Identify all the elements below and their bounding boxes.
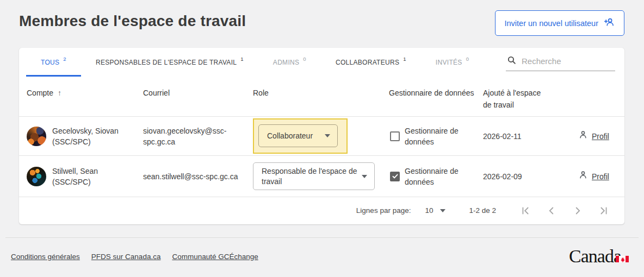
member-email: siovan.gecelovsky@ssc-spc.gc.ca xyxy=(143,125,253,147)
members-card: TOUS 2 RESPONSABLES DE L'ESPACE DE TRAVA… xyxy=(19,48,624,224)
data-steward-checkbox[interactable] xyxy=(390,172,400,181)
footer-divider xyxy=(5,237,639,238)
added-date: 2026-02-11 xyxy=(483,131,570,142)
chevron-down-icon xyxy=(362,175,367,178)
footer: Conditions générales PFDS sur Canada.ca … xyxy=(11,247,624,266)
tab-label: INVITÉS xyxy=(436,59,462,66)
table-row: Stilwell, Sean (SSC/SPC) sean.stilwell@s… xyxy=(19,156,624,197)
canada-flag-icon xyxy=(616,247,629,266)
tab-count: 1 xyxy=(403,56,406,62)
role-dropdown[interactable]: Collaborateur xyxy=(258,124,338,147)
tab-collaborateurs[interactable]: COLLABORATEURS 1 xyxy=(321,48,421,77)
role-dropdown[interactable]: Responsable de l'espace de travail xyxy=(253,162,375,190)
next-page-button[interactable] xyxy=(565,203,591,219)
workspace-members-page: Membres de l'espace de travail Inviter u… xyxy=(0,0,644,277)
column-header-ajoute: Ajouté à l'espace de travail xyxy=(483,77,551,111)
role-cell: Responsable de l'espace de travail xyxy=(253,162,389,190)
tab-label: RESPONSABLES DE L'ESPACE DE TRAVAIL xyxy=(96,59,237,66)
person-icon xyxy=(578,130,588,142)
column-header-role: Role xyxy=(253,77,389,99)
search-icon xyxy=(507,55,516,67)
role-cell: Collaborateur xyxy=(253,118,389,154)
chevron-down-icon xyxy=(440,209,445,212)
data-steward-label: Gestionnaire de données xyxy=(405,125,469,147)
data-steward-label: Gestionnaire de données xyxy=(405,166,469,187)
profile-cell: Profil xyxy=(570,130,617,142)
person-icon xyxy=(578,170,588,182)
last-page-button[interactable] xyxy=(591,203,617,219)
tab-label: TOUS xyxy=(41,59,59,66)
data-steward-checkbox[interactable] xyxy=(390,131,400,141)
member-email: sean.stilwell@ssc-spc.gc.ca xyxy=(143,171,253,182)
rows-per-page-label: Lignes par page: xyxy=(356,206,411,215)
page-range: 1-2 de 2 xyxy=(469,206,496,215)
tab-label: COLLABORATEURS xyxy=(336,59,399,66)
chevron-down-icon xyxy=(325,134,330,137)
person-add-icon xyxy=(604,17,615,29)
column-header-actions xyxy=(570,77,617,87)
invite-user-button-label: Inviter un nouvel utilisateur xyxy=(505,19,599,28)
profile-link[interactable]: Profil xyxy=(592,171,609,182)
tabbar: TOUS 2 RESPONSABLES DE L'ESPACE DE TRAVA… xyxy=(19,48,624,77)
tab-invites[interactable]: INVITÉS 0 xyxy=(421,48,484,77)
tab-responsables[interactable]: RESPONSABLES DE L'ESPACE DE TRAVAIL 1 xyxy=(81,48,258,77)
profile-cell: Profil xyxy=(570,170,617,182)
account-cell: Stilwell, Sean (SSC/SPC) xyxy=(27,166,143,187)
sort-ascending-icon[interactable]: ↑ xyxy=(58,89,61,97)
member-name: Stilwell, Sean (SSC/SPC) xyxy=(52,166,98,187)
pager xyxy=(512,203,617,219)
footer-link-gcechange[interactable]: Communauté GCÉchange xyxy=(172,253,258,261)
avatar xyxy=(27,167,46,186)
pagination-bar: Lignes par page: 10 1-2 de 2 xyxy=(19,197,624,224)
tab-tous[interactable]: TOUS 2 xyxy=(26,48,81,77)
tab-count: 0 xyxy=(303,56,306,62)
role-highlight: Collaborateur xyxy=(253,118,348,154)
account-cell: Gecelovsky, Siovan (SSC/SPC) xyxy=(27,125,143,147)
column-header-compte[interactable]: Compte↑ xyxy=(27,77,143,99)
canada-wordmark: Canada xyxy=(569,247,624,266)
role-highlight: Responsable de l'espace de travail xyxy=(253,162,375,190)
tab-count: 1 xyxy=(240,56,244,62)
data-steward-cell: Gestionnaire de données xyxy=(389,125,483,147)
previous-page-button[interactable] xyxy=(538,203,565,219)
avatar xyxy=(27,127,46,146)
tab-count: 2 xyxy=(63,56,66,62)
profile-link[interactable]: Profil xyxy=(592,131,609,142)
table-row: Gecelovsky, Siovan (SSC/SPC) siovan.gece… xyxy=(19,117,624,156)
added-date: 2026-02-09 xyxy=(483,171,570,182)
search-box[interactable] xyxy=(506,53,615,71)
column-header-gestionnaire: Gestionnaire de données xyxy=(389,77,483,99)
tab-count: 0 xyxy=(466,56,469,62)
search-input[interactable] xyxy=(522,56,614,66)
rows-per-page-select[interactable]: 10 xyxy=(425,206,445,215)
data-steward-cell: Gestionnaire de données xyxy=(389,166,483,187)
column-header-courriel: Courriel xyxy=(143,77,253,99)
footer-link-conditions[interactable]: Conditions générales xyxy=(11,253,80,261)
tab-spacer xyxy=(484,48,506,77)
footer-link-pfds[interactable]: PFDS sur Canada.ca xyxy=(91,253,161,261)
page-header: Membres de l'espace de travail Inviter u… xyxy=(19,10,624,42)
first-page-button[interactable] xyxy=(512,203,538,219)
footer-links: Conditions générales PFDS sur Canada.ca … xyxy=(11,253,258,261)
tab-label: ADMINS xyxy=(273,59,299,66)
page-title: Membres de l'espace de travail xyxy=(19,10,246,30)
invite-user-button[interactable]: Inviter un nouvel utilisateur xyxy=(495,10,625,36)
table-header: Compte↑ Courriel Role Gestionnaire de do… xyxy=(19,77,624,117)
member-name: Gecelovsky, Siovan (SSC/SPC) xyxy=(52,125,119,147)
tab-admins[interactable]: ADMINS 0 xyxy=(258,48,321,77)
